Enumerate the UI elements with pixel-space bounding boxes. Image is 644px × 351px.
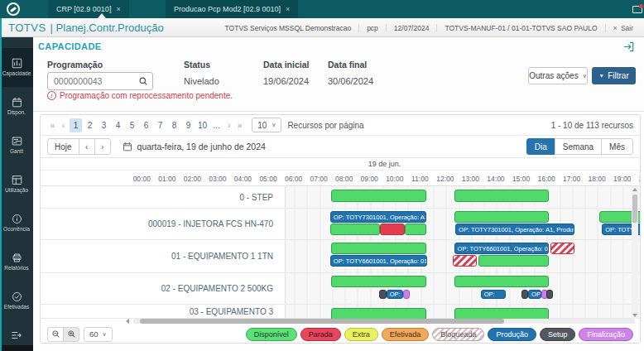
bar-setup[interactable] — [546, 290, 553, 299]
sidebar-item-dispon[interactable]: Dispon. — [0, 87, 33, 126]
bar-setup[interactable] — [521, 290, 529, 299]
next-page-button[interactable]: › — [223, 121, 234, 130]
scrollbar-thumb[interactable] — [632, 195, 637, 223]
status-label: Status — [184, 60, 210, 70]
bar-disponivel[interactable] — [331, 190, 426, 202]
page-button-6[interactable]: 6 — [140, 118, 152, 132]
resource-row: 01 - EQUIPAMENTO 1 1TNOP: TOTY6601001, O… — [41, 240, 640, 273]
bar-disponivel[interactable] — [454, 211, 550, 223]
bar-disponivel[interactable] — [330, 224, 380, 235]
sair-button[interactable]: × Sair — [605, 24, 641, 32]
page-button-4[interactable]: 4 — [112, 118, 124, 132]
page-button-7[interactable]: 7 — [154, 118, 166, 132]
tab-crp[interactable]: CRP [02.9 0010] × — [48, 0, 129, 18]
zoom-out-button[interactable] — [47, 327, 64, 342]
bar-producao[interactable]: OP: — [481, 290, 507, 299]
time-label: 05:00 — [259, 175, 276, 183]
per-page-label: Recursos por página — [287, 121, 363, 130]
sidebar-item-efetivadas[interactable]: Efetivadas — [0, 281, 33, 320]
warning-message: i Programação com reprocessamento penden… — [47, 91, 233, 100]
bar-bloqueada[interactable] — [453, 255, 477, 267]
scroll-up-icon[interactable] — [632, 188, 637, 191]
page-button-1[interactable]: 1 — [70, 118, 82, 132]
time-label: 14:00 — [487, 175, 504, 183]
filtrar-button[interactable]: ▼Filtrar — [592, 67, 636, 84]
bar-producao[interactable]: OP: TOTY6601001, Operação: 01, — [330, 255, 428, 267]
session-date: 12/07/2024 — [386, 24, 437, 32]
last-page-button[interactable]: » — [234, 121, 245, 130]
page-button-2[interactable]: 2 — [84, 118, 96, 132]
bar-producao[interactable]: OP: TOTY7301001, Operação: A1, — [330, 211, 426, 223]
sidebar-item-gantt[interactable]: Gantt — [0, 126, 33, 165]
view-mes-button[interactable]: Mês — [601, 138, 633, 155]
module-title: | Planej.Contr.Produção — [50, 22, 164, 34]
outras-acoes-button[interactable]: Outras ações∨ — [528, 67, 588, 84]
expand-menu-icon[interactable] — [0, 329, 33, 341]
scheduler-rows: 0 - STEP000019 - INJETORA FCS HN-470OP: … — [41, 186, 640, 319]
close-icon[interactable]: × — [286, 5, 290, 13]
sidebar-item-capacidade[interactable]: Capacidade — [0, 48, 33, 87]
bar-producao[interactable]: OP: — [528, 290, 541, 299]
first-page-button[interactable]: « — [47, 121, 58, 130]
tab-producao-pcp[interactable]: Producao Pcp Mod2 [02.9 0010] × — [166, 0, 298, 18]
prev-page-button[interactable]: ‹ — [58, 121, 69, 130]
resource-row: 02 - EQUIPAMENTO 2 500KGOP:OP:OP: — [41, 273, 640, 305]
bar-bloqueada[interactable] — [550, 243, 574, 254]
resource-label: 03 - EQUIPAMENTO 3 — [41, 305, 285, 318]
zoom-level-select[interactable]: 60∨ — [84, 327, 113, 342]
sidebar-item-relatrios[interactable]: Relatórios — [0, 243, 33, 281]
view-semana-button[interactable]: Semana — [555, 138, 602, 155]
bar-disponivel[interactable] — [405, 224, 426, 235]
vertical-scrollbar[interactable] — [632, 186, 638, 319]
page-button-10[interactable]: 10 — [196, 118, 209, 132]
page-button-3[interactable]: 3 — [98, 118, 110, 132]
info-icon: i — [47, 91, 56, 100]
bar-producao[interactable]: OP: TOTY7301001, Operação: A1, Produto: — [455, 224, 574, 235]
check-circle-icon — [12, 291, 22, 302]
bar-disponivel[interactable] — [331, 308, 426, 319]
programacao-input[interactable] — [48, 76, 138, 86]
scroll-left-icon[interactable] — [126, 319, 129, 324]
time-label: 15:00 — [512, 175, 530, 183]
sidebar-item-label: Dispon. — [7, 110, 26, 116]
horizontal-scrollbar[interactable] — [133, 319, 635, 324]
bar-finalizacao[interactable] — [403, 290, 410, 299]
exit-icon[interactable] — [622, 41, 635, 56]
sidebar-item-label: Utilização — [5, 188, 28, 194]
data-inicial-value: 19/06/2024 — [263, 76, 309, 86]
zoom-in-button[interactable] — [63, 327, 79, 342]
bar-disponivel[interactable] — [454, 276, 550, 287]
time-label: 12:00 — [436, 175, 454, 183]
sidebar-item-utilizao[interactable]: Utilização — [0, 165, 33, 204]
bar-disponivel[interactable] — [331, 243, 426, 254]
page-button-5[interactable]: 5 — [126, 118, 138, 132]
per-page-select[interactable]: 10∨ — [252, 118, 281, 132]
hoje-button[interactable]: Hoje — [47, 138, 79, 155]
time-label: 06:00 — [285, 175, 302, 183]
bar-setup[interactable] — [379, 290, 386, 299]
bar-producao[interactable]: OP: TOTY6601001, Operação: 01, — [454, 243, 550, 254]
next-day-button[interactable]: › — [94, 138, 111, 155]
calendar-icon — [12, 97, 22, 108]
page-button-8[interactable]: 8 — [168, 118, 180, 132]
bar-disponivel[interactable] — [331, 276, 426, 287]
search-icon[interactable] — [138, 76, 152, 86]
view-dia-button[interactable]: Dia — [526, 138, 555, 155]
bar-disponivel[interactable] — [454, 308, 550, 319]
scheduler-toolbar: Hoje ‹ › quarta-feira, 19 de junho de 20… — [41, 136, 640, 158]
scrollbar-thumb[interactable] — [140, 319, 504, 324]
sidebar-item-ocorrncia[interactable]: Ocorrência — [0, 204, 33, 243]
notification-icon[interactable] — [632, 6, 642, 13]
bar-producao[interactable]: OP: — [387, 290, 403, 299]
bar-disponivel[interactable] — [454, 190, 550, 202]
user-label: pcp — [358, 24, 386, 32]
prev-day-button[interactable]: ‹ — [79, 138, 95, 155]
page-button-9[interactable]: 9 — [182, 118, 195, 132]
scroll-down-icon[interactable] — [632, 314, 637, 317]
bar-disponivel[interactable] — [478, 255, 550, 267]
time-label: 13:00 — [462, 175, 479, 183]
bar-parada[interactable] — [380, 224, 405, 235]
page-list: 12345678910 — [69, 118, 209, 132]
close-icon[interactable]: × — [116, 5, 120, 13]
page-ellipsis: ... — [210, 118, 223, 132]
